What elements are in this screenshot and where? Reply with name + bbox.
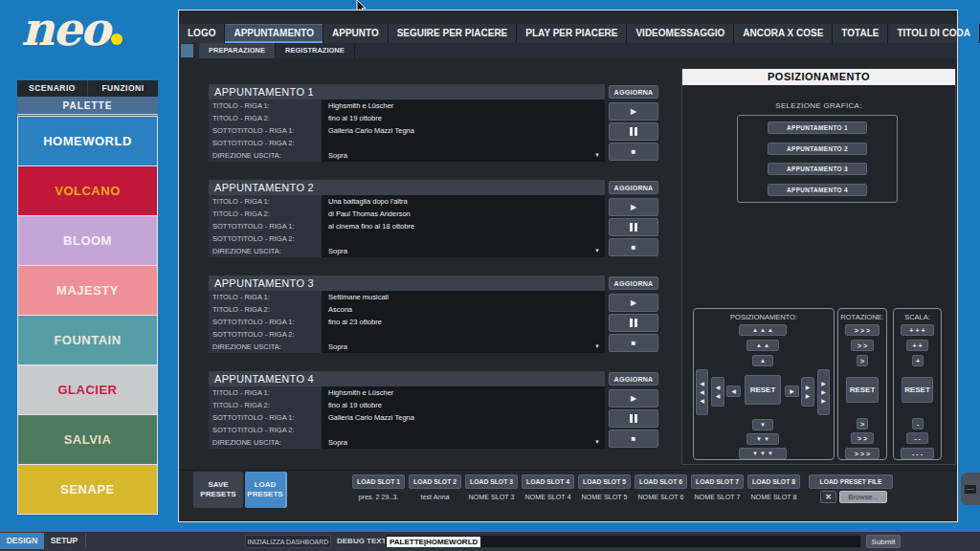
scale-down-3-button[interactable]: ---	[901, 448, 934, 459]
load-slot-8-button[interactable]: LOAD SLOT 8	[747, 474, 800, 489]
sottotitolo-riga1-field[interactable]: al cinema fino al 18 ottobre	[322, 220, 605, 232]
load-slot-1-button[interactable]: LOAD SLOT 1	[352, 474, 405, 489]
load-presets-button[interactable]: LOAD PRESETS	[245, 472, 285, 508]
rotate-3-button[interactable]: >>>	[845, 324, 880, 336]
palette-item-majesty[interactable]: MAJESTY	[18, 266, 157, 315]
tab-titoli-di-coda[interactable]: TITOLI DI CODA	[888, 24, 979, 43]
rotate-back-2-button[interactable]: >>	[851, 432, 874, 444]
tab-play-per-piacere[interactable]: PLAY PER PIACERE	[517, 24, 627, 43]
sottotitolo-riga1-field[interactable]: Galleria Carlo Mazzi Tegna	[322, 411, 605, 424]
debug-text-input[interactable]: PALETTE|HOMEWORLD	[385, 535, 861, 548]
tab-videomessaggio[interactable]: VIDEOMESSAGGIO	[627, 24, 734, 43]
pause-button[interactable]	[609, 314, 658, 332]
sidebar-tab-funzioni[interactable]: FUNZIONI	[87, 80, 158, 97]
load-preset-file-button[interactable]: LOAD PRESET FILE	[809, 474, 893, 489]
scale-up-1-button[interactable]: +	[912, 355, 924, 366]
inizializza-dashboard-button[interactable]: INIZIALIZZA DASHBOARD	[245, 535, 331, 548]
move-up-1-button[interactable]: ▲	[752, 355, 773, 366]
pause-button[interactable]	[609, 409, 658, 428]
play-button[interactable]: ▶	[609, 198, 658, 216]
direzione-uscita-select[interactable]: Sopra▼	[322, 436, 605, 449]
stop-button[interactable]: ■	[609, 430, 658, 448]
play-button[interactable]: ▶	[609, 102, 658, 121]
tab-design[interactable]: DESIGN	[0, 533, 44, 549]
subtab-preparazione[interactable]: PREPARAZIONE	[199, 43, 276, 58]
slot-2-name-field[interactable]: test Anna	[409, 492, 461, 502]
palette-item-homeworld[interactable]: HOMEWORLD	[18, 117, 157, 165]
aggiorna-button[interactable]: AGGIORNA	[609, 181, 658, 194]
slot-8-name-field[interactable]: NOME SLOT 8	[747, 492, 800, 502]
rotate-back-3-button[interactable]: >>>	[845, 448, 880, 459]
play-button[interactable]: ▶	[609, 294, 658, 312]
direzione-uscita-select[interactable]: Sopra▼	[322, 341, 605, 353]
move-up-3-button[interactable]: ▲▲▲	[739, 324, 787, 336]
save-presets-button[interactable]: SAVE PRESETS	[193, 472, 243, 508]
subtab-registrazione[interactable]: REGISTRAZIONE	[276, 43, 355, 58]
slot-5-name-field[interactable]: NOME SLOT 5	[578, 492, 631, 502]
stop-button[interactable]: ■	[609, 143, 658, 161]
rotate-back-1-button[interactable]: >	[857, 418, 868, 430]
titolo-riga1-field[interactable]: Una battaglia dopo l'altra	[322, 195, 605, 208]
scale-down-2-button[interactable]: --	[906, 432, 928, 444]
palette-item-salvia[interactable]: SALVIA	[18, 415, 157, 464]
move-right-2-button[interactable]: ▶▶	[801, 377, 814, 407]
sottotitolo-riga2-field[interactable]	[322, 328, 605, 341]
titolo-riga2-field[interactable]: fino al 19 ottobre	[322, 112, 605, 124]
move-left-3-button[interactable]: ◀◀◀	[696, 369, 708, 415]
slot-1-name-field[interactable]: pres. 2 29..3.	[352, 492, 405, 502]
select-appuntamento-1-button[interactable]: APPUNTAMENTO 1	[768, 121, 867, 134]
aggiorna-button[interactable]: AGGIORNA	[609, 85, 658, 99]
titolo-riga2-field[interactable]: di Paul Thomas Anderson	[322, 208, 605, 220]
scale-up-2-button[interactable]: ++	[906, 340, 928, 351]
pause-button[interactable]	[609, 122, 658, 141]
select-appuntamento-4-button[interactable]: APPUNTAMENTO 4	[768, 184, 867, 196]
aggiorna-button[interactable]: AGGIORNA	[609, 372, 658, 386]
sottotitolo-riga1-field[interactable]: fino al 23 ottobre	[322, 316, 605, 328]
scale-reset-button[interactable]: RESET	[902, 377, 933, 403]
tab-ancora-x-cose[interactable]: ANCORA X COSE	[734, 24, 833, 43]
select-appuntamento-2-button[interactable]: APPUNTAMENTO 2	[768, 143, 867, 155]
pause-button[interactable]	[609, 218, 658, 236]
slot-6-name-field[interactable]: NOME SLOT 6	[635, 492, 687, 502]
tab-setup[interactable]: SETUP	[45, 533, 83, 549]
stop-button[interactable]: ■	[609, 334, 658, 352]
sottotitolo-riga2-field[interactable]	[322, 137, 605, 149]
play-button[interactable]: ▶	[609, 389, 658, 408]
slot-7-name-field[interactable]: NOME SLOT 7	[691, 492, 744, 502]
minus-icon-button[interactable]: -	[912, 418, 924, 430]
sottotitolo-riga1-field[interactable]: Galleria Carlo Mazzi Tegna	[322, 124, 605, 137]
position-reset-button[interactable]: RESET	[745, 375, 781, 405]
rotation-reset-button[interactable]: RESET	[846, 377, 879, 403]
direzione-uscita-select[interactable]: Sopra▼	[322, 245, 605, 257]
select-appuntamento-3-button[interactable]: APPUNTAMENTO 3	[768, 163, 867, 175]
titolo-riga1-field[interactable]: Highsmith e Lüscher	[322, 386, 605, 399]
palette-item-glacier[interactable]: GLACIER	[18, 365, 157, 414]
slot-3-name-field[interactable]: NOME SLOT 3	[465, 492, 518, 502]
palette-item-fountain[interactable]: FOUNTAIN	[18, 316, 157, 364]
move-right-3-button[interactable]: ▶▶▶	[817, 369, 830, 415]
load-slot-6-button[interactable]: LOAD SLOT 6	[635, 474, 687, 489]
load-slot-2-button[interactable]: LOAD SLOT 2	[409, 474, 461, 489]
move-down-1-button[interactable]: ▼	[752, 419, 773, 430]
tab-totale[interactable]: TOTALE	[833, 24, 888, 43]
sidebar-tab-scenario[interactable]: SCENARIO	[17, 80, 87, 97]
palette-item-volcano[interactable]: VOLCANO	[18, 166, 157, 215]
load-slot-4-button[interactable]: LOAD SLOT 4	[522, 474, 574, 489]
stop-button[interactable]: ■	[609, 238, 658, 256]
load-slot-7-button[interactable]: LOAD SLOT 7	[691, 474, 744, 489]
move-up-2-button[interactable]: ▲▲	[746, 340, 779, 351]
palette-item-senape[interactable]: SENAPE	[18, 465, 157, 514]
titolo-riga1-field[interactable]: Highsmith e Lüscher	[322, 99, 605, 112]
move-down-2-button[interactable]: ▼▼	[746, 433, 779, 445]
rotate-2-button[interactable]: >>	[851, 340, 874, 351]
tab-seguire-per-piacere[interactable]: SEGUIRE PER PIACERE	[389, 24, 518, 43]
tab-logo[interactable]: LOGO	[179, 24, 225, 43]
titolo-riga1-field[interactable]: Settimane musicali	[322, 291, 605, 303]
titolo-riga2-field[interactable]: fino al 19 ottobre	[322, 399, 605, 411]
tab-appunto[interactable]: APPUNTO	[323, 24, 389, 43]
scale-up-3-button[interactable]: +++	[901, 324, 934, 336]
palette-item-bloom[interactable]: BLOOM	[18, 216, 157, 265]
load-slot-5-button[interactable]: LOAD SLOT 5	[578, 474, 631, 489]
clear-file-button[interactable]: ✕	[820, 491, 836, 503]
move-left-2-button[interactable]: ◀◀	[711, 377, 724, 407]
